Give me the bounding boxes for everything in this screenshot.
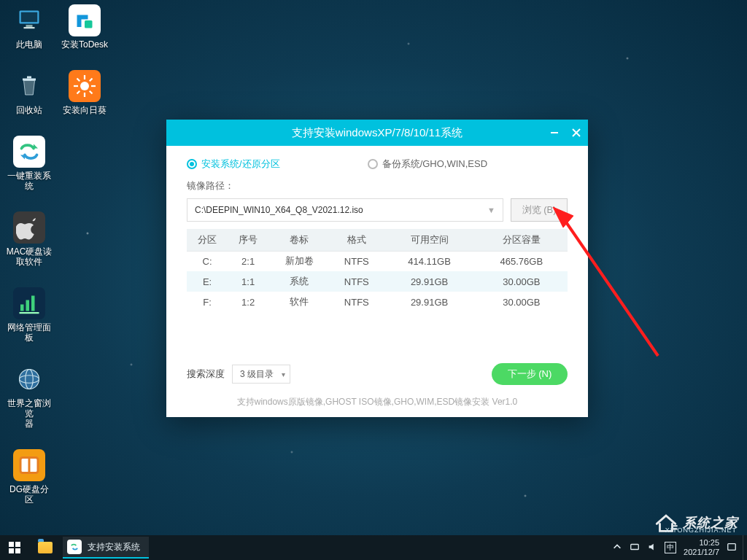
taskbar: 支持安装系统 中 10:25 2021/12/7 [0, 535, 747, 560]
swap-icon [67, 540, 82, 554]
todesk-icon [69, 4, 101, 36]
th-format[interactable]: 格式 [330, 229, 383, 251]
th-label[interactable]: 卷标 [268, 229, 330, 251]
search-depth-label: 搜索深度 [187, 368, 225, 381]
tray-notifications-icon[interactable] [727, 542, 737, 553]
svg-point-20 [80, 82, 89, 90]
radio-backup-system[interactable]: 备份系统/GHO,WIN,ESD [368, 158, 487, 171]
tray-clock[interactable]: 10:25 2021/12/7 [684, 538, 719, 557]
dialog-title: 支持安装windowsXP/7/8/10/11系统 [292, 126, 462, 140]
svg-line-27 [90, 79, 93, 82]
monitor-icon [13, 4, 45, 36]
svg-rect-2 [26, 25, 33, 27]
partition-row[interactable]: F: 1:2 软件 NTFS 29.91GB 30.00GB [187, 292, 568, 312]
svg-marker-7 [20, 155, 25, 160]
close-button[interactable] [570, 127, 582, 139]
cell-index: 1:2 [228, 292, 268, 312]
svg-rect-11 [20, 312, 39, 314]
tray-time: 10:25 [684, 538, 719, 548]
search-depth-select[interactable]: 3 级目录 [232, 365, 290, 384]
cell-format: NTFS [330, 271, 383, 292]
dialog-titlebar[interactable]: 支持安装windowsXP/7/8/10/11系统 [166, 120, 588, 146]
svg-line-28 [77, 91, 80, 94]
desktop-icon-label: 世界之窗浏览 器 [6, 398, 53, 429]
svg-rect-37 [15, 542, 20, 547]
taskbar-app-installer[interactable]: 支持安装系统 [63, 537, 149, 559]
cell-partition: F: [187, 292, 228, 312]
image-path-value: C:\DEEPIN_WIN10_X64_Q8_V2021.12.iso [195, 205, 363, 215]
watermark-sub: XITONGZHIJIA.NET [665, 526, 737, 534]
desktop-icon-world-browser[interactable]: 世界之窗浏览 器 [6, 363, 53, 429]
desktop-icon-label: 安装ToDesk [61, 39, 108, 50]
start-button[interactable] [0, 535, 29, 560]
desktop-icon-label: 回收站 [16, 105, 42, 115]
cell-capacity: 465.76GB [476, 251, 568, 271]
image-path-label: 镜像路径： [187, 179, 568, 192]
svg-rect-39 [15, 548, 20, 553]
desktop-icon-sunflower[interactable]: 安装向日葵 [61, 70, 108, 115]
tray-volume-icon[interactable] [647, 542, 657, 553]
svg-rect-3 [24, 27, 35, 28]
svg-rect-1 [21, 12, 38, 23]
svg-rect-10 [31, 296, 35, 311]
svg-rect-4 [23, 79, 36, 81]
dialog-footer-note: 支持windows原版镜像,GHOST ISO镜像,GHO,WIM,ESD镜像安… [166, 396, 588, 408]
th-partition[interactable]: 分区 [187, 229, 228, 251]
desktop-icon-reinstall[interactable]: 一键重装系统 [6, 136, 53, 191]
desktop-icon-recycle-bin[interactable]: 回收站 [6, 70, 53, 115]
tray-network-icon[interactable] [630, 542, 640, 553]
svg-rect-38 [9, 548, 14, 553]
radio-label: 备份系统/GHO,WIN,ESD [382, 158, 487, 171]
cell-label: 新加卷 [268, 251, 330, 271]
chevron-down-icon: ▼ [487, 206, 495, 214]
partition-row[interactable]: E: 1:1 系统 NTFS 29.91GB 30.00GB [187, 271, 568, 292]
desktop-icon-dgdisk[interactable]: DG硬盘分区 [6, 449, 53, 505]
bar-chart-icon [13, 287, 45, 319]
desktop-icon-label: 此电脑 [16, 39, 42, 50]
svg-rect-9 [26, 300, 30, 311]
browse-button[interactable]: 浏览 (B) [511, 198, 568, 222]
svg-rect-36 [9, 542, 14, 547]
desktop-icon-netpanel[interactable]: 网络管理面板 [6, 287, 53, 343]
radio-install-restore[interactable]: 安装系统/还原分区 [187, 158, 280, 171]
folder-icon [38, 542, 53, 553]
partition-icon [13, 449, 45, 481]
desktop-icon-this-pc[interactable]: 此电脑 [6, 4, 53, 50]
taskbar-explorer[interactable] [29, 535, 61, 560]
radio-dot-icon [187, 159, 197, 169]
cell-label: 软件 [268, 292, 330, 312]
search-depth-value: 3 级目录 [240, 368, 274, 381]
show-desktop-button[interactable] [743, 535, 747, 560]
partition-row[interactable]: C: 2:1 新加卷 NTFS 414.11GB 465.76GB [187, 251, 568, 271]
cell-index: 2:1 [228, 251, 268, 271]
desktop-icon-todesk[interactable]: 安装ToDesk [61, 4, 108, 50]
next-button[interactable]: 下一步 (N) [492, 363, 568, 385]
desktop-icon-label: 一键重装系统 [6, 171, 53, 191]
th-capacity[interactable]: 分区容量 [476, 229, 568, 251]
partition-table: 分区 序号 卷标 格式 可用空间 分区容量 C: 2:1 新加卷 NTFS 41… [187, 229, 568, 312]
th-index[interactable]: 序号 [228, 229, 268, 251]
cell-partition: C: [187, 251, 228, 271]
svg-line-26 [90, 91, 93, 94]
cell-free: 414.11GB [383, 251, 475, 271]
desktop-icon-macdisk[interactable]: MAC硬盘读 取软件 [6, 211, 53, 267]
svg-line-25 [77, 79, 80, 82]
radio-dot-icon [368, 159, 378, 169]
minimize-button[interactable] [549, 127, 560, 139]
globe-icon [13, 363, 45, 395]
image-path-dropdown[interactable]: C:\DEEPIN_WIN10_X64_Q8_V2021.12.iso ▼ [187, 198, 503, 222]
system-tray[interactable]: 中 10:25 2021/12/7 [606, 538, 743, 557]
tray-ime-icon[interactable]: 中 [665, 542, 676, 553]
windows-icon [9, 542, 20, 553]
cell-label: 系统 [268, 271, 330, 292]
swap-icon [13, 136, 45, 168]
cell-format: NTFS [330, 292, 383, 312]
cell-free: 29.91GB [383, 271, 475, 292]
th-free[interactable]: 可用空间 [383, 229, 475, 251]
cell-capacity: 30.00GB [476, 292, 568, 312]
desktop-icon-label: 网络管理面板 [6, 322, 53, 343]
radio-label: 安装系统/还原分区 [201, 158, 280, 171]
desktop-icon-label: DG硬盘分区 [6, 484, 53, 505]
tray-date: 2021/12/7 [684, 548, 719, 557]
tray-chevron-up-icon[interactable] [612, 542, 622, 553]
